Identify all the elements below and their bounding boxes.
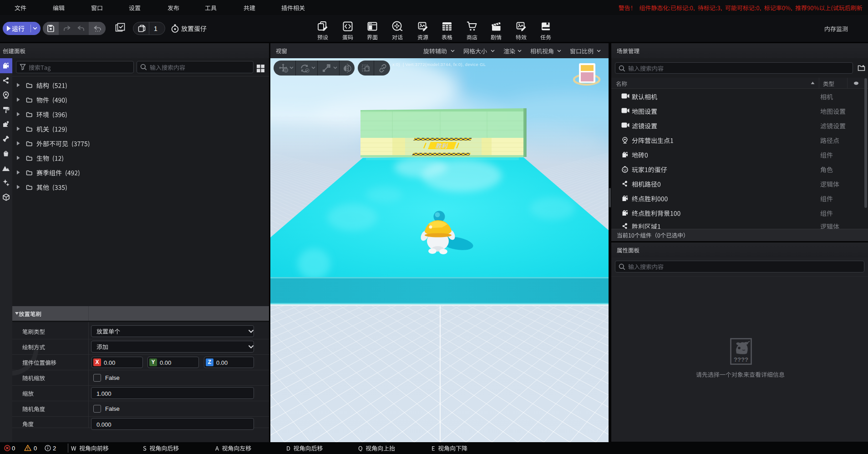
svg-text:????: ???? [734,356,748,363]
